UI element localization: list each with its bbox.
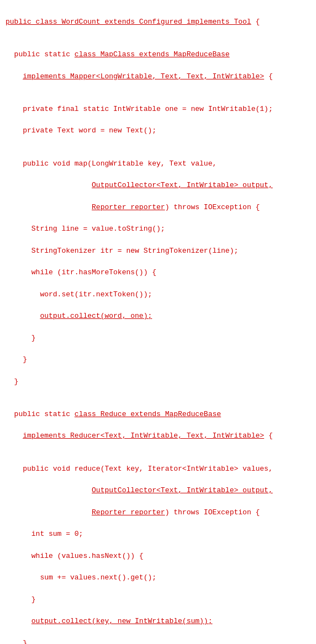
code-line-27: int sum = 0; xyxy=(6,529,310,540)
code-line-19: } xyxy=(6,376,310,387)
code-line-16: output.collect(word, one); xyxy=(6,311,310,322)
code-line-30: } xyxy=(6,594,310,605)
code-line-14: while (itr.hasMoreTokens()) { xyxy=(6,267,310,278)
code-line-1: public class WordCount extends Configure… xyxy=(6,17,310,28)
code-line-24: public void reduce(Text key, Iterator<In… xyxy=(6,464,310,475)
code-line-7: private Text word = new Text(); xyxy=(6,125,310,136)
code-display: public class WordCount extends Configure… xyxy=(6,6,310,644)
code-line-12: String line = value.toString(); xyxy=(6,223,310,235)
code-line-18: } xyxy=(6,354,310,365)
code-line-10: OutputCollector<Text, IntWritable> outpu… xyxy=(6,180,310,191)
code-line-26: Reporter reporter) throws IOException { xyxy=(6,507,310,518)
code-line-21: public static class Reduce extends MapRe… xyxy=(6,409,310,420)
code-line-22: implements Reducer<Text, IntWritable, Te… xyxy=(6,430,310,441)
code-line-13: StringTokenizer itr = new StringTokenize… xyxy=(6,246,310,257)
code-line-9: public void map(LongWritable key, Text v… xyxy=(6,158,310,169)
code-line-6: private final static IntWritable one = n… xyxy=(6,104,310,115)
code-line-31: output.collect(key, new IntWritable(sum)… xyxy=(6,616,310,627)
code-line-32: } xyxy=(6,638,310,645)
code-line-4: implements Mapper<LongWritable, Text, Te… xyxy=(6,71,310,82)
code-line-29: sum += values.next().get(); xyxy=(6,572,310,583)
code-line-28: while (values.hasNext()) { xyxy=(6,551,310,562)
code-line-3: public static class MapClass extends Map… xyxy=(6,49,310,60)
code-line-17: } xyxy=(6,333,310,344)
code-line-15: word.set(itr.nextToken()); xyxy=(6,289,310,300)
code-line-11: Reporter reporter) throws IOException { xyxy=(6,202,310,213)
code-line-25: OutputCollector<Text, IntWritable> outpu… xyxy=(6,485,310,496)
